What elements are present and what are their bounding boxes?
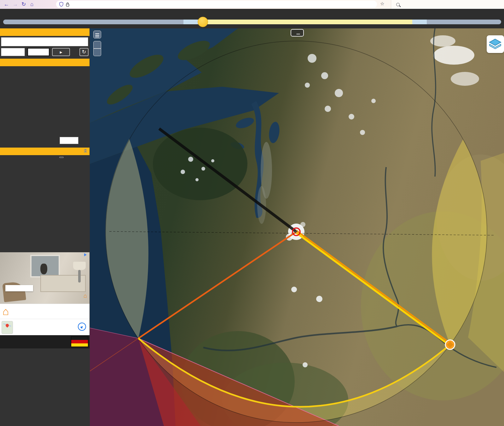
geodata-lat [1,164,5,169]
time-slider-track[interactable] [3,20,501,24]
ad-brand-logo: ⌂ [84,293,88,299]
german-flag-icon [71,336,88,347]
time-slider-bar [0,9,504,28]
location-input[interactable] [1,37,88,46]
twilight-segment-morning [183,20,198,24]
shield-icon [59,2,63,7]
sunrise-direction-line [296,231,449,343]
ad-lamp-graphic [73,262,86,270]
collapse-icon [84,149,88,153]
panel-title [0,28,90,36]
ad-store-row[interactable] [0,319,90,335]
back-icon[interactable]: ← [4,0,9,9]
store-map-thumbnail [2,321,13,334]
sun-overlay-layer [90,28,504,426]
ad-lampbase-graphic [78,270,81,283]
browser-toolbar: ← → ↻ ⌂ ☆ [0,0,504,9]
geodata-lng [1,170,4,175]
map-menu-button[interactable] [93,31,101,38]
lock-icon [66,2,69,7]
map-pin-icon [5,323,9,328]
geodata-tz [1,182,3,187]
sunset-direction-line [138,232,296,338]
layers-button[interactable] [487,35,504,53]
object-level-input[interactable] [60,137,78,144]
live-button[interactable]: ▶ [52,48,70,56]
search-box[interactable] [391,0,504,9]
geodata-header[interactable] [0,148,90,155]
daylight-segment [198,20,412,24]
ad-chair-graphic [2,281,26,302]
address-bar[interactable] [56,1,377,8]
refresh-button[interactable]: ↻ [79,48,89,56]
zoom-out-button[interactable] [93,49,101,56]
search-icon [396,3,400,6]
set-latlon-button[interactable] [59,157,64,158]
directions-icon[interactable] [78,323,86,331]
time-slider-handle[interactable] [198,17,208,27]
ad-banner[interactable]: ⌂ [0,252,90,304]
zoom-in-button[interactable] [93,41,101,49]
sun-position-marker[interactable] [445,340,455,349]
eclipse-more-button[interactable] [296,34,300,34]
forward-icon[interactable]: → [13,0,18,9]
ashley-house-icon [3,307,12,316]
bookmark-star-icon[interactable]: ☆ [380,1,384,7]
ad-cta-button[interactable] [5,285,33,291]
refresh-icon: ↻ [82,49,86,55]
date-input[interactable] [1,48,25,56]
time-input[interactable] [27,48,49,56]
home-icon[interactable]: ⌂ [30,0,33,9]
shadow-line [159,129,296,232]
eclipse-banner [291,29,304,37]
map-canvas[interactable] [90,28,504,426]
reload-icon[interactable]: ↻ [21,0,26,9]
ad-controls [84,253,88,256]
german-site-strip [0,335,90,348]
solar-data-header [0,59,90,66]
geodata-utm [1,176,4,181]
play-icon: ▶ [60,50,62,54]
ad-vase-graphic [40,264,47,274]
current-sun-direction-line [297,233,450,346]
ad-find-store-row[interactable] [0,304,90,319]
adchoices-icon[interactable] [84,253,87,256]
geodata-height [1,158,3,162]
annual-band-west [105,139,148,338]
suncalc-app: { "accent_yellow": "#fcb615", "browser":… [0,0,504,426]
layers-icon [487,35,504,53]
twilight-segment-evening [412,20,427,24]
sidebar: ▶ ↻ ⌂ [0,28,90,426]
